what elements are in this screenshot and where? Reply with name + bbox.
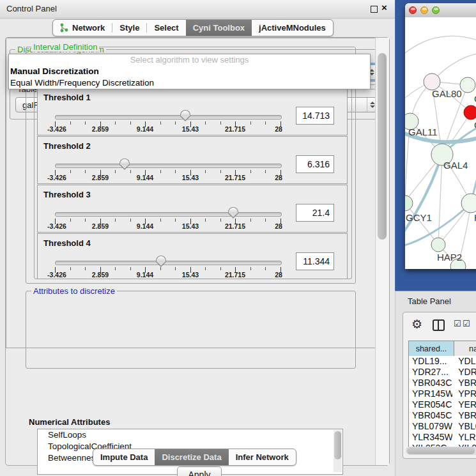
popup-item-equal-width[interactable]: Equal Width/Frequency Discretization bbox=[9, 77, 370, 89]
threshold-2-value-field[interactable]: 6.316 bbox=[296, 155, 334, 173]
tab-cyni-toolbox[interactable]: Cyni Toolbox bbox=[186, 20, 252, 36]
panel-vertical-scrollbar[interactable] bbox=[375, 38, 380, 348]
network-canvas[interactable]: GAL80 G C GAL11 GAL4 GCY1 H HAP2 bbox=[405, 17, 476, 269]
threshold-3-slider-track[interactable] bbox=[55, 212, 282, 217]
window-zoom-icon[interactable] bbox=[432, 6, 440, 14]
table-row[interactable]: YLR345WYLR3 bbox=[409, 432, 476, 443]
window-close-icon[interactable] bbox=[409, 6, 417, 14]
tick-label: -3.426 bbox=[47, 174, 66, 181]
tab-discretize-data[interactable]: Discretize Data bbox=[155, 449, 228, 465]
cyni-toolbox-panel: Discretization Algorithm Table Data galF… bbox=[5, 37, 390, 466]
tab-infer-network[interactable]: Infer Network bbox=[229, 449, 296, 465]
cell: YBL0 bbox=[452, 421, 476, 432]
cell: YBR0 bbox=[452, 410, 476, 421]
threshold-2-slider-thumb[interactable] bbox=[119, 158, 130, 165]
attributes-group-label: Attributes to discretize bbox=[31, 286, 117, 296]
tick-label: 9.144 bbox=[137, 271, 153, 279]
tick-label: 15.43 bbox=[182, 125, 199, 133]
column-header-name[interactable]: na bbox=[454, 341, 476, 356]
cell: YBR045C bbox=[409, 410, 452, 421]
threshold-4-value-field[interactable]: 11.344 bbox=[296, 252, 334, 270]
table-rows: YDL19...YDL1 YDR27...YDR2 YBR043CYBR0 YP… bbox=[408, 356, 476, 450]
tick-label: -3.426 bbox=[47, 222, 66, 230]
checkbox-icon[interactable]: ☑ bbox=[463, 319, 470, 328]
tick-label: 28 bbox=[275, 174, 282, 181]
scrollbar-thumb[interactable] bbox=[378, 53, 380, 240]
threshold-3-slider-thumb[interactable] bbox=[228, 207, 238, 213]
table-toolbar: ⚙ ☑ ☑ bbox=[403, 312, 476, 338]
threshold-2-slider-track[interactable] bbox=[55, 164, 282, 168]
table-header-row: shared... na bbox=[408, 341, 476, 357]
tick-label: -3.426 bbox=[47, 125, 66, 133]
tick-label: 2.859 bbox=[92, 174, 109, 181]
node-label-hap2: HAP2 bbox=[437, 252, 462, 263]
tick-label: 21.715 bbox=[225, 125, 245, 133]
table-row[interactable]: YBR045CYBR0 bbox=[409, 410, 476, 421]
float-window-icon[interactable] bbox=[371, 6, 378, 13]
cell: YPR145W bbox=[409, 388, 452, 399]
checkbox-icon[interactable]: ☑ bbox=[454, 319, 461, 328]
tick-label: 2.859 bbox=[92, 125, 109, 133]
threshold-3-value-field[interactable]: 21.4 bbox=[296, 204, 334, 222]
interval-definition-label: Interval Definition bbox=[31, 42, 99, 52]
node-red-selected[interactable] bbox=[464, 105, 476, 119]
network-window-titlebar[interactable] bbox=[405, 3, 476, 18]
apply-button[interactable]: Apply bbox=[177, 466, 222, 476]
tick-label: 21.715 bbox=[225, 271, 245, 279]
gear-icon[interactable]: ⚙ bbox=[411, 317, 422, 332]
slider-ticks bbox=[55, 121, 281, 127]
popup-item-manual-discretization[interactable]: Manual Discretization bbox=[9, 66, 370, 77]
threshold-4-title: Threshold 4 bbox=[43, 238, 91, 248]
threshold-4-slider-track[interactable] bbox=[55, 261, 282, 265]
threshold-1-card: Threshold 1 -3.426 2.859 9.144 15.43 21.… bbox=[37, 88, 348, 135]
split-columns-icon[interactable] bbox=[433, 319, 445, 331]
tab-style[interactable]: Style bbox=[112, 20, 146, 36]
close-icon[interactable]: × bbox=[381, 2, 387, 13]
threshold-1-slider-track[interactable] bbox=[55, 115, 282, 119]
tab-network[interactable]: Network bbox=[53, 20, 112, 36]
table-browser: ⚙ ☑ ☑ shared... na YDL19...YDL1 YDR27...… bbox=[403, 312, 476, 459]
threshold-1-value-field[interactable]: 14.713 bbox=[296, 107, 334, 125]
table-row[interactable]: YDR27...YDR2 bbox=[409, 367, 476, 378]
node-gcy1[interactable] bbox=[405, 196, 413, 211]
table-row[interactable]: YBR043CYBR0 bbox=[409, 378, 476, 388]
threshold-4-slider-thumb[interactable] bbox=[156, 256, 166, 262]
network-graph bbox=[405, 17, 476, 269]
tick-label: 15.43 bbox=[182, 174, 199, 181]
scrollbar-thumb[interactable] bbox=[407, 447, 475, 454]
table-row[interactable]: YBL079WYBL0 bbox=[409, 421, 476, 432]
slider-ticks bbox=[55, 170, 281, 176]
table-panel: Table Panel ⚙ ☑ ☑ shared... na YDL19...Y… bbox=[395, 291, 476, 476]
column-header-shared[interactable]: shared... bbox=[408, 341, 454, 356]
network-desktop-background: GAL80 G C GAL11 GAL4 GCY1 H HAP2 bbox=[395, 0, 476, 291]
tab-jactivemnodules-label: jActiveMNodules bbox=[259, 23, 326, 33]
table-horizontal-scrollbar[interactable] bbox=[406, 447, 476, 455]
tick-label: 28 bbox=[275, 222, 282, 230]
node-hap2[interactable] bbox=[431, 238, 445, 252]
tab-impute-data[interactable]: Impute Data bbox=[93, 449, 155, 465]
threshold-1-title: Threshold 1 bbox=[43, 93, 91, 102]
cell: YDL19... bbox=[409, 356, 452, 367]
tab-impute-data-label: Impute Data bbox=[100, 452, 148, 462]
cell: YDL1 bbox=[452, 356, 476, 367]
threshold-2-title: Threshold 2 bbox=[43, 141, 91, 151]
node-top-right[interactable] bbox=[460, 77, 475, 93]
threshold-1-slider-thumb[interactable] bbox=[180, 110, 190, 116]
tab-select[interactable]: Select bbox=[147, 20, 185, 36]
tab-jactivemnodules[interactable]: jActiveMNodules bbox=[252, 20, 333, 36]
network-icon bbox=[60, 23, 68, 33]
table-row[interactable]: YDL19...YDL1 bbox=[409, 356, 476, 367]
tick-label: 15.43 bbox=[182, 271, 199, 279]
tick-label: -3.426 bbox=[47, 271, 66, 279]
window-minimize-icon[interactable] bbox=[420, 6, 428, 14]
cell: YLR345W bbox=[409, 432, 452, 443]
tab-cyni-toolbox-label: Cyni Toolbox bbox=[193, 23, 245, 33]
tick-label: 28 bbox=[275, 125, 282, 133]
threshold-3-card: Threshold 3 -3.426 2.859 9.144 15.43 21.… bbox=[37, 185, 348, 233]
cell: YER054C bbox=[409, 399, 452, 410]
cell: YDR2 bbox=[452, 367, 476, 378]
table-row[interactable]: YPR145WYPR1 bbox=[409, 388, 476, 399]
tab-infer-network-label: Infer Network bbox=[236, 452, 289, 462]
tab-select-label: Select bbox=[154, 23, 178, 33]
table-row[interactable]: YER054CYER0 bbox=[409, 399, 476, 410]
